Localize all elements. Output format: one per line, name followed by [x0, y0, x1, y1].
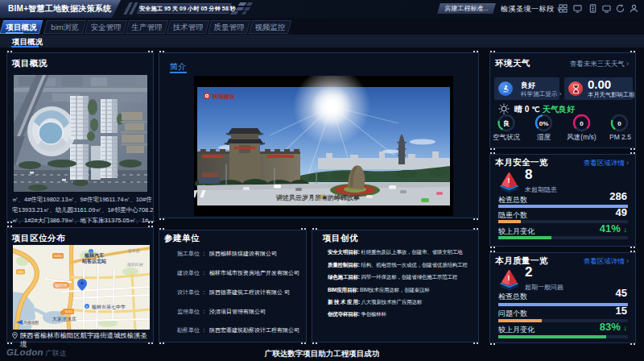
- svg-text:!: !: [508, 274, 510, 282]
- svg-text:0: 0: [617, 120, 621, 127]
- svg-text:讲述风云岁月所有的峥嵘故事: 讲述风云岁月所有的峥嵘故事: [276, 194, 360, 201]
- svg-text:065: 065: [18, 270, 24, 274]
- svg-text:南刘庄村: 南刘庄村: [127, 262, 143, 268]
- svg-text:✕: ✕: [85, 305, 88, 309]
- svg-text:榆阳区: 榆阳区: [55, 283, 68, 288]
- svg-text:良: 良: [503, 119, 510, 127]
- svg-text:榆林市第七中学: 榆林市第七中学: [92, 304, 126, 309]
- svg-text:老军营: 老军营: [128, 248, 140, 254]
- svg-text:0%: 0%: [539, 120, 549, 127]
- svg-text:G210: G210: [64, 309, 73, 313]
- svg-text:大家洼水库: 大家洼水库: [52, 316, 76, 322]
- svg-text:榆林汽车: 榆林汽车: [84, 252, 105, 259]
- svg-text:高德地图: 高德地图: [23, 320, 39, 326]
- svg-text:站客运北站: 站客运北站: [81, 258, 107, 264]
- svg-text:!: !: [508, 176, 510, 185]
- svg-text:G210: G210: [54, 254, 63, 258]
- svg-text:0: 0: [580, 120, 584, 127]
- svg-text:陕煤建设: 陕煤建设: [213, 93, 236, 100]
